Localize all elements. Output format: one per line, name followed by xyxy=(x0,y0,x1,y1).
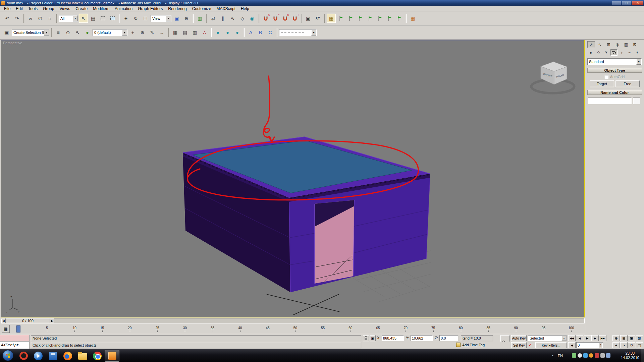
taskbar-opera[interactable] xyxy=(16,350,31,362)
zoom-all-icon[interactable]: ⊞ xyxy=(620,335,628,341)
tab-display[interactable]: ▥ xyxy=(622,41,630,48)
tab-utilities[interactable]: ⊠ xyxy=(631,41,639,48)
z-coordinate-field[interactable]: 0,0 xyxy=(439,335,458,341)
tray-expand-icon[interactable]: ▲ xyxy=(551,354,554,357)
unlink-selection-icon[interactable]: ∅ xyxy=(36,14,45,23)
frame-spinner[interactable]: ▲▼ xyxy=(599,343,602,348)
next-frame-button[interactable]: ▶ xyxy=(591,335,599,341)
mirror-icon[interactable]: ⇄ xyxy=(209,14,218,23)
render-preset-flag-icon[interactable] xyxy=(346,14,355,23)
previous-key-button[interactable]: ◀ xyxy=(568,342,576,348)
tab-create[interactable]: ↗ xyxy=(587,41,595,48)
layer-color-icon[interactable]: ● xyxy=(83,28,92,37)
menu-item[interactable]: Views xyxy=(57,6,73,11)
autogrid-checkbox[interactable] xyxy=(605,75,608,79)
show-desktop-button[interactable] xyxy=(641,349,644,362)
select-and-rotate-icon[interactable]: ↻ xyxy=(131,14,140,23)
zoom-extents-icon[interactable]: ▣ xyxy=(628,335,635,341)
render-preset-flag-icon[interactable] xyxy=(356,14,365,23)
volume-icon[interactable] xyxy=(600,353,605,358)
rollout-collapse-icon[interactable]: - xyxy=(589,68,591,72)
name-color-rollout[interactable]: - Name and Color xyxy=(587,90,642,95)
perspective-viewport[interactable]: FRONT RIGHT z x y Perspective xyxy=(1,40,585,317)
menu-item[interactable]: Customize xyxy=(190,6,214,11)
tray-icon-1[interactable] xyxy=(572,353,576,358)
named-selection-set-dropdown[interactable]: Create Selection Set ▼ xyxy=(12,29,49,36)
maxscript-mini-listener[interactable]: AXScript. xyxy=(0,335,30,349)
category-lights[interactable]: ☀ xyxy=(603,49,610,56)
key-filters-button[interactable]: Key Filters... xyxy=(535,342,567,348)
reference-coordinate-dropdown[interactable]: View ▼ xyxy=(151,15,171,22)
render-preset-flag-icon[interactable] xyxy=(366,14,375,23)
tray-icon-2[interactable] xyxy=(578,353,582,358)
percent-snap-icon[interactable]: % xyxy=(280,14,289,23)
layer-manager-icon[interactable]: ▦ xyxy=(327,14,336,23)
track-bar[interactable]: ▦ 51015202530354045505560657075808590951… xyxy=(1,324,585,334)
transform-gizmo-toggle-icon[interactable]: XY xyxy=(313,14,322,23)
listener-script-row[interactable]: AXScript. xyxy=(0,342,30,349)
layer-select-icon[interactable]: ↖ xyxy=(73,28,82,37)
camera-type-dropdown[interactable]: Standard ▼ xyxy=(587,58,642,65)
play-button[interactable]: ▶ xyxy=(584,335,591,341)
go-to-start-button[interactable]: ◀◀ xyxy=(568,335,576,341)
room-model[interactable] xyxy=(183,137,430,292)
menu-item[interactable]: Help xyxy=(238,6,252,11)
redo-icon[interactable]: ↷ xyxy=(12,14,21,23)
layer-manager-grid-icon[interactable]: ▦ xyxy=(171,28,180,37)
use-pivot-center-icon[interactable]: ▣ xyxy=(172,14,181,23)
render-sphere-icon[interactable]: ● xyxy=(223,28,232,37)
preset-a-button[interactable]: A xyxy=(246,28,255,37)
menu-item[interactable]: Tools xyxy=(25,6,40,11)
zoom-icon[interactable]: ⊕ xyxy=(612,335,620,341)
angle-snap-icon[interactable]: ° xyxy=(271,14,280,23)
layer-visibility-icon[interactable]: ⊙ xyxy=(63,28,72,37)
select-and-scale-icon[interactable]: □ xyxy=(141,14,150,23)
title-bar[interactable]: room.max - Project Folder: C:\Users\Onri… xyxy=(0,0,644,6)
taskbar-media-player[interactable] xyxy=(31,350,46,362)
menu-item[interactable]: Graph Editors xyxy=(135,6,165,11)
time-slider-left-arrow[interactable]: ◀ xyxy=(1,318,6,323)
tray-icon-3[interactable] xyxy=(583,353,588,358)
line-style-dropdown[interactable]: ▼ xyxy=(279,29,317,36)
arc-rotate-icon[interactable]: ↻ xyxy=(628,342,635,348)
rollout-collapse-icon[interactable]: - xyxy=(589,90,591,95)
menu-item[interactable]: Animation xyxy=(112,6,135,11)
edit-layer-icon[interactable]: ✎ xyxy=(148,28,157,37)
field-of-view-icon[interactable]: ◑ xyxy=(620,342,628,348)
layer-dropdown[interactable]: 0 (default) ▼ xyxy=(93,29,127,36)
select-by-name-icon[interactable]: ▤ xyxy=(89,14,98,23)
object-name-field[interactable] xyxy=(588,98,632,104)
object-type-rollout[interactable]: - Object Type xyxy=(587,68,642,73)
render-preset-flag-icon[interactable] xyxy=(395,14,404,23)
tray-icon-4[interactable] xyxy=(589,353,593,358)
viewport-label[interactable]: Perspective xyxy=(3,41,22,45)
menu-item[interactable]: Edit xyxy=(13,6,25,11)
object-color-swatch[interactable] xyxy=(633,98,640,104)
curve-editor-icon[interactable]: ∿ xyxy=(228,14,237,23)
spinner-snap-icon[interactable]: ↕ xyxy=(290,14,299,23)
network-icon[interactable] xyxy=(606,353,610,358)
select-and-move-icon[interactable]: + xyxy=(121,14,130,23)
language-indicator[interactable]: EN xyxy=(558,354,563,358)
select-and-link-icon[interactable]: ∞ xyxy=(26,14,35,23)
listener-macro-row[interactable] xyxy=(0,335,30,342)
open-mini-curve-editor-button[interactable]: ▦ xyxy=(2,325,10,333)
align-icon[interactable]: ∥ xyxy=(218,14,227,23)
window-crossing-toggle-icon[interactable] xyxy=(108,14,117,23)
category-systems[interactable]: ∗ xyxy=(634,49,641,56)
category-geometry[interactable]: ● xyxy=(587,49,594,56)
render-preset-flag-icon[interactable] xyxy=(336,14,345,23)
render-preset-flag-icon[interactable] xyxy=(375,14,384,23)
add-time-tag[interactable]: Add Time Tag xyxy=(462,343,485,347)
tab-hierarchy[interactable]: ⊞ xyxy=(605,41,612,48)
zoom-region-icon[interactable]: ⊡ xyxy=(636,335,643,341)
set-key-button[interactable]: Set Key xyxy=(511,342,527,348)
menu-item[interactable]: Group xyxy=(40,6,57,11)
schematic-view-icon[interactable]: ◇ xyxy=(238,14,247,23)
named-selection-sets-icon[interactable]: ▣ xyxy=(304,14,313,23)
taskbar-3dsmax-active[interactable] xyxy=(105,350,119,362)
absolute-offset-toggle[interactable]: ▣ xyxy=(370,335,376,341)
category-shapes[interactable]: ◇ xyxy=(595,49,602,56)
menu-item[interactable]: Create xyxy=(73,6,90,11)
view-cube[interactable]: FRONT RIGHT xyxy=(531,62,574,93)
